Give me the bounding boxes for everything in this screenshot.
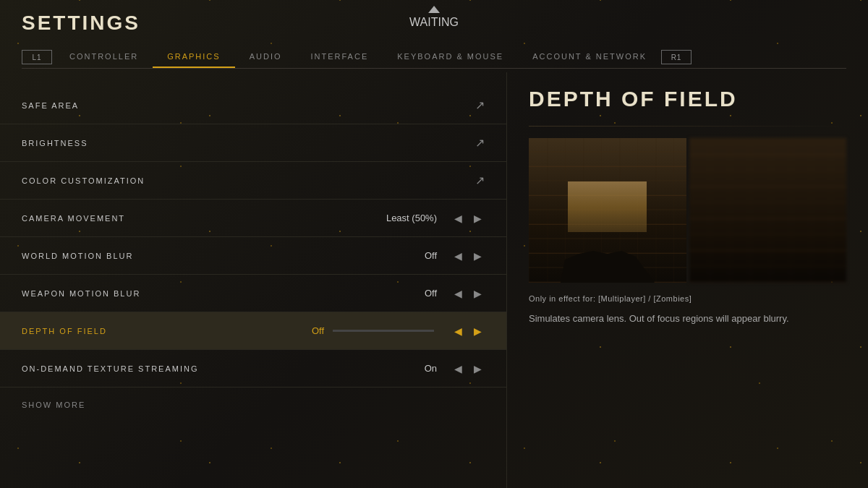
tab-controller[interactable]: CONTROLLER bbox=[55, 46, 153, 68]
setting-label-brightness: BRIGHTNESS bbox=[22, 139, 475, 147]
setting-controls-weapon-motion-blur: ◀ ▶ bbox=[451, 288, 485, 299]
arrow-right-world-motion-blur[interactable]: ▶ bbox=[471, 250, 485, 262]
setting-value-depth-of-field: Off bbox=[252, 325, 324, 336]
setting-row-world-motion-blur[interactable]: WORLD MOTION BLUR Off ◀ ▶ bbox=[0, 237, 506, 275]
info-effect-modes: [Multiplayer] / [Zombies] bbox=[598, 294, 692, 303]
content-area: SAFE AREA ↗ BRIGHTNESS ↗ COLOR CUSTOMIZA… bbox=[0, 72, 868, 488]
external-link-icon-safe-area[interactable]: ↗ bbox=[475, 98, 485, 112]
setting-label-color-customization: COLOR CUSTOMIZATION bbox=[22, 176, 475, 185]
show-more-button[interactable]: SHOW MORE bbox=[22, 401, 85, 409]
gun-silhouette bbox=[561, 225, 655, 283]
setting-controls-camera-movement: ◀ ▶ bbox=[451, 213, 485, 224]
tab-keyboard-mouse[interactable]: KEYBOARD & MOUSE bbox=[383, 46, 518, 68]
setting-controls-texture-streaming: ◀ ▶ bbox=[451, 363, 485, 374]
arrow-right-camera-movement[interactable]: ▶ bbox=[471, 213, 485, 224]
external-link-icon-brightness[interactable]: ↗ bbox=[475, 136, 485, 150]
tab-interface[interactable]: INTERFACE bbox=[297, 46, 383, 68]
info-panel: DEPTH OF FIELD Only in effect for: [Mult… bbox=[506, 72, 868, 488]
setting-row-camera-movement[interactable]: CAMERA MOVEMENT Least (50%) ◀ ▶ bbox=[0, 200, 506, 237]
info-effect-prefix: Only in effect for: bbox=[529, 294, 595, 303]
settings-panel: SAFE AREA ↗ BRIGHTNESS ↗ COLOR CUSTOMIZA… bbox=[0, 72, 506, 488]
setting-value-world-motion-blur: Off bbox=[365, 250, 437, 261]
setting-row-color-customization[interactable]: COLOR CUSTOMIZATION ↗ bbox=[0, 162, 506, 200]
depth-of-field-slider[interactable] bbox=[333, 330, 434, 332]
tab-account-network[interactable]: ACCOUNT & NETWORK bbox=[518, 46, 661, 68]
preview-images bbox=[529, 138, 846, 283]
setting-label-weapon-motion-blur: WEAPON MOTION BLUR bbox=[22, 289, 365, 298]
header: SETTINGS L1 CONTROLLER GRAPHICS AUDIO IN… bbox=[0, 0, 868, 72]
setting-row-brightness[interactable]: BRIGHTNESS ↗ bbox=[0, 124, 506, 162]
setting-row-texture-streaming[interactable]: ON-DEMAND TEXTURE STREAMING On ◀ ▶ bbox=[0, 350, 506, 388]
arrow-right-texture-streaming[interactable]: ▶ bbox=[471, 363, 485, 374]
arrow-left-world-motion-blur[interactable]: ◀ bbox=[451, 250, 465, 262]
setting-value-weapon-motion-blur: Off bbox=[365, 288, 437, 299]
tab-graphics[interactable]: GRAPHICS bbox=[153, 46, 234, 68]
tab-r1[interactable]: R1 bbox=[661, 50, 692, 64]
setting-label-texture-streaming: ON-DEMAND TEXTURE STREAMING bbox=[22, 364, 365, 373]
info-panel-title: DEPTH OF FIELD bbox=[529, 87, 846, 111]
setting-row-weapon-motion-blur[interactable]: WEAPON MOTION BLUR Off ◀ ▶ bbox=[0, 275, 506, 312]
setting-controls-world-motion-blur: ◀ ▶ bbox=[451, 250, 485, 262]
setting-row-depth-of-field[interactable]: DEPTH OF FIELD Off ◀ ▶ bbox=[0, 312, 506, 350]
title-underline bbox=[529, 126, 846, 127]
tab-audio[interactable]: AUDIO bbox=[235, 46, 297, 68]
setting-value-texture-streaming: On bbox=[365, 363, 437, 374]
arrow-right-depth-of-field[interactable]: ▶ bbox=[471, 325, 485, 337]
preview-image-focused bbox=[529, 138, 686, 283]
setting-label-safe-area: SAFE AREA bbox=[22, 101, 475, 110]
setting-label-world-motion-blur: WORLD MOTION BLUR bbox=[22, 252, 365, 260]
preview-image-blurred bbox=[689, 138, 847, 283]
arrow-right-weapon-motion-blur[interactable]: ▶ bbox=[471, 288, 485, 299]
arrow-left-texture-streaming[interactable]: ◀ bbox=[451, 363, 465, 374]
arrow-left-weapon-motion-blur[interactable]: ◀ bbox=[451, 288, 465, 299]
tab-l1[interactable]: L1 bbox=[22, 50, 52, 64]
show-more-row: SHOW MORE bbox=[0, 388, 506, 421]
external-link-icon-color-customization[interactable]: ↗ bbox=[475, 174, 485, 187]
arrow-left-depth-of-field[interactable]: ◀ bbox=[451, 325, 465, 337]
info-description: Simulates camera lens. Out of focus regi… bbox=[529, 312, 846, 326]
setting-controls-depth-of-field: ◀ ▶ bbox=[451, 325, 485, 337]
arrow-left-camera-movement[interactable]: ◀ bbox=[451, 213, 465, 224]
setting-label-depth-of-field: DEPTH OF FIELD bbox=[22, 327, 252, 335]
setting-label-camera-movement: CAMERA MOVEMENT bbox=[22, 214, 365, 223]
setting-row-safe-area[interactable]: SAFE AREA ↗ bbox=[0, 87, 506, 124]
tab-navigation: L1 CONTROLLER GRAPHICS AUDIO INTERFACE K… bbox=[22, 46, 846, 69]
setting-value-camera-movement: Least (50%) bbox=[365, 213, 437, 223]
page-title: SETTINGS bbox=[22, 12, 846, 35]
info-effect-label: Only in effect for: [Multiplayer] / [Zom… bbox=[529, 294, 846, 303]
